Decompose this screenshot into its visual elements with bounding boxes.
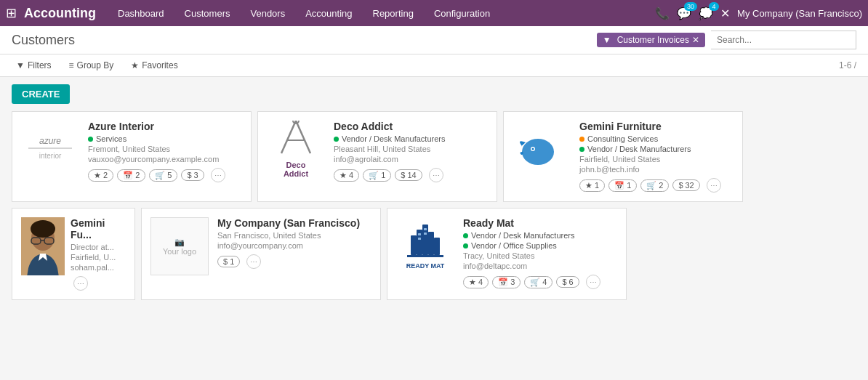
gemini-badge-dollar[interactable]: $ 32 bbox=[672, 179, 699, 191]
star-icon3: ★ bbox=[585, 181, 592, 190]
azure-badge-star[interactable]: ★ 2 bbox=[88, 169, 113, 182]
deco-badge-star[interactable]: ★ 4 bbox=[334, 169, 359, 182]
gemini-tag1: Consulting Services bbox=[579, 134, 734, 143]
nav-accounting[interactable]: Accounting bbox=[301, 5, 356, 22]
azure-email: vauxoo@yourcompany.example.com bbox=[88, 155, 242, 163]
svg-rect-25 bbox=[424, 228, 427, 230]
groupby-button[interactable]: ≡ Group By bbox=[65, 59, 118, 72]
readymat-badge-cal[interactable]: 📅 3 bbox=[492, 276, 521, 288]
deco-tag-label: Vendor / Desk Manufacturers bbox=[342, 134, 445, 143]
readymat-address: Tracy, United States bbox=[463, 251, 617, 260]
mycompany-badge-dollar[interactable]: $ 1 bbox=[217, 256, 240, 267]
cart-icon2: 🛒 bbox=[369, 171, 379, 180]
filter-tag-label: Customer Invoices bbox=[617, 35, 689, 45]
nav-right: 📞 💬 30 💭 4 ✕ My Company (San Francisco) bbox=[655, 7, 862, 20]
readymat-badge-cart[interactable]: 🛒 4 bbox=[524, 276, 552, 288]
star-icon: ★ bbox=[94, 171, 101, 180]
customer-card-gemini[interactable]: Gemini Furniture Consulting Services Ven… bbox=[503, 111, 743, 202]
nav-items: Dashboard Customers Vendors Accounting R… bbox=[113, 5, 655, 22]
gemini-tag2-label: Vendor / Desk Manufacturers bbox=[587, 145, 691, 153]
page-title: Customers bbox=[12, 33, 75, 48]
filter-remove-icon[interactable]: ✕ bbox=[692, 35, 699, 45]
readymat-action-btn[interactable]: ⋯ bbox=[586, 275, 600, 289]
gemini-info: Gemini Furniture Consulting Services Ven… bbox=[579, 121, 734, 193]
azure-badge-cal[interactable]: 📅 2 bbox=[117, 169, 145, 182]
cart-icon5: 🛒 bbox=[530, 278, 540, 287]
customer-card-deco[interactable]: Deco Addict Deco Addict Vendor / Desk Ma… bbox=[257, 111, 497, 202]
azure-address: Fremont, United States bbox=[88, 145, 242, 153]
readymat-info: Ready Mat Vendor / Desk Manufacturers Ve… bbox=[463, 217, 617, 291]
chat-icon[interactable]: 💭 4 bbox=[699, 7, 713, 20]
messages-icon[interactable]: 💬 30 bbox=[677, 7, 691, 20]
nav-reporting[interactable]: Reporting bbox=[369, 5, 418, 22]
gemini-badge-star[interactable]: ★ 1 bbox=[579, 179, 605, 192]
customer-card-gemini-partial[interactable]: Gemini Fu... Director at... Fairfield, U… bbox=[12, 208, 135, 300]
svg-text:Addict: Addict bbox=[284, 169, 309, 178]
readymat-tag2: Vendor / Office Supplies bbox=[463, 241, 617, 250]
create-button[interactable]: CREATE bbox=[12, 84, 70, 104]
close-icon[interactable]: ✕ bbox=[720, 7, 730, 20]
svg-point-9 bbox=[522, 139, 554, 165]
deco-info: Deco Addict Vendor / Desk Manufacturers … bbox=[334, 121, 488, 193]
filters-button[interactable]: ▼ Filters bbox=[12, 59, 56, 72]
gemini-name: Gemini Furniture bbox=[579, 121, 734, 132]
nav-dashboard[interactable]: Dashboard bbox=[113, 5, 169, 22]
toolbar: ▼ Filters ≡ Group By ★ Favorites 1-6 / bbox=[0, 54, 868, 77]
mycompany-action-btn[interactable]: ⋯ bbox=[246, 254, 261, 269]
svg-rect-21 bbox=[411, 235, 417, 255]
svg-rect-27 bbox=[407, 255, 443, 257]
star-icon5: ★ bbox=[469, 278, 476, 287]
deco-badge-cart[interactable]: 🛒 1 bbox=[363, 169, 391, 182]
azure-badge-dollar[interactable]: $ 3 bbox=[181, 169, 204, 181]
phone-icon[interactable]: 📞 bbox=[655, 7, 670, 20]
search-input[interactable] bbox=[711, 31, 856, 49]
svg-rect-26 bbox=[424, 233, 427, 235]
deco-badges: ★ 4 🛒 1 $ 14 ⋯ bbox=[334, 168, 488, 182]
readymat-tag1-label: Vendor / Desk Manufacturers bbox=[471, 231, 574, 240]
mycompany-email: info@yourcompany.com bbox=[217, 241, 371, 250]
gemini-badge-cart[interactable]: 🛒 2 bbox=[640, 179, 669, 192]
readymat-badge-dollar[interactable]: $ 6 bbox=[556, 276, 579, 288]
azure-badge-cart[interactable]: 🛒 5 bbox=[149, 169, 177, 182]
deco-badge-dollar[interactable]: $ 14 bbox=[395, 169, 422, 181]
company-name: My Company (San Francisco) bbox=[737, 8, 862, 19]
customer-card-mycompany[interactable]: 📷Your logo My Company (San Francisco) Sa… bbox=[141, 208, 381, 300]
nav-customers[interactable]: Customers bbox=[180, 5, 235, 22]
customer-card-readymat[interactable]: READY MAT Ready Mat Vendor / Desk Manufa… bbox=[387, 208, 627, 300]
azure-action-btn[interactable]: ⋯ bbox=[211, 168, 225, 182]
svg-line-3 bbox=[281, 121, 296, 153]
azure-tag-dot bbox=[88, 137, 93, 142]
search-area: ▼ Customer Invoices ✕ bbox=[597, 31, 856, 49]
azure-info: Azure Interior Services Fremont, United … bbox=[88, 121, 242, 193]
dollar-icon4: $ bbox=[223, 257, 228, 266]
customer-card-azure[interactable]: azure interior Azure Interior Services F… bbox=[12, 111, 252, 202]
favorites-label: Favorites bbox=[142, 60, 177, 70]
partial-photo bbox=[21, 217, 65, 275]
pagination: 1-6 / bbox=[839, 60, 856, 70]
readymat-tag1-dot bbox=[463, 233, 468, 238]
gemini-badge-cal[interactable]: 📅 1 bbox=[608, 179, 637, 192]
readymat-tag1: Vendor / Desk Manufacturers bbox=[463, 231, 617, 240]
svg-text:interior: interior bbox=[39, 152, 62, 160]
svg-rect-23 bbox=[418, 233, 421, 235]
readymat-badge-star[interactable]: ★ 4 bbox=[463, 276, 489, 288]
gemini-action-btn[interactable]: ⋯ bbox=[707, 178, 721, 193]
app-grid-icon[interactable]: ⊞ bbox=[6, 5, 17, 21]
camera-icon: 📷 bbox=[174, 238, 185, 246]
deco-action-btn[interactable]: ⋯ bbox=[429, 168, 443, 182]
groupby-icon: ≡ bbox=[69, 60, 74, 70]
svg-rect-20 bbox=[428, 232, 434, 255]
partial-action-btn[interactable]: ⋯ bbox=[73, 276, 88, 291]
gemini-email: john.b@tech.info bbox=[579, 165, 734, 174]
deco-address: Pleasant Hill, United States bbox=[334, 145, 488, 153]
gemini-tag2: Vendor / Desk Manufacturers bbox=[579, 145, 734, 153]
partial-city: Fairfield, U... bbox=[71, 253, 126, 262]
cart-icon3: 🛒 bbox=[646, 181, 656, 190]
dollar-icon: $ bbox=[187, 171, 191, 179]
readymat-tag2-label: Vendor / Office Supplies bbox=[471, 241, 557, 250]
nav-configuration[interactable]: Configuration bbox=[430, 5, 494, 22]
azure-name: Azure Interior bbox=[88, 121, 242, 132]
favorites-button[interactable]: ★ Favorites bbox=[126, 59, 182, 72]
nav-vendors[interactable]: Vendors bbox=[246, 5, 289, 22]
readymat-tag2-dot bbox=[463, 243, 468, 248]
